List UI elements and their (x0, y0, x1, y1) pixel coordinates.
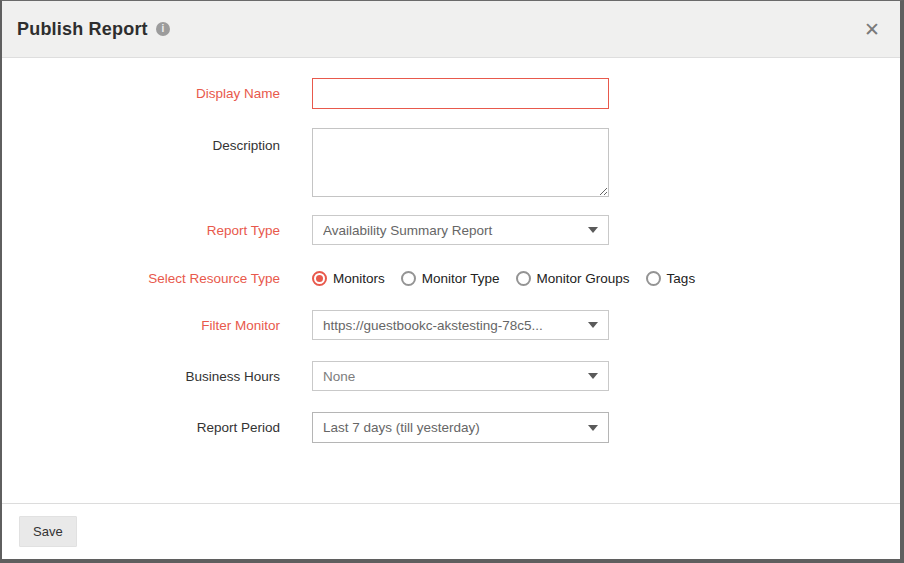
close-icon[interactable]: ✕ (862, 18, 882, 41)
display-name-row: Display Name (2, 78, 900, 109)
description-field-wrap (312, 128, 609, 197)
dialog-body: Display Name Description Report Type Ava… (2, 58, 900, 503)
radio-option-label: Monitor Groups (537, 271, 630, 286)
filter-monitor-select[interactable]: https://guestbookc-akstesting-78c5... (312, 310, 609, 340)
filter-monitor-row: Filter Monitor https://guestbookc-akstes… (2, 310, 900, 340)
resource-type-row: Select Resource Type Monitors Monitor Ty… (2, 271, 900, 286)
display-name-input[interactable] (312, 78, 609, 109)
description-label: Description (2, 128, 280, 153)
report-period-field-wrap: Last 7 days (till yesterday) (312, 412, 609, 443)
chevron-down-icon (588, 322, 598, 328)
display-name-label: Display Name (2, 86, 280, 101)
radio-option-monitors[interactable]: Monitors (312, 271, 385, 286)
filter-monitor-selected-value: https://guestbookc-akstesting-78c5... (323, 318, 580, 333)
radio-option-tags[interactable]: Tags (646, 271, 696, 286)
publish-report-dialog: Publish Report i ✕ Display Name Descript… (0, 0, 904, 563)
radio-icon (516, 271, 531, 286)
radio-option-label: Monitor Type (422, 271, 500, 286)
report-type-field-wrap: Availability Summary Report (312, 215, 609, 245)
dialog-title: Publish Report (17, 19, 148, 40)
chevron-down-icon (588, 373, 598, 379)
resource-type-field-wrap: Monitors Monitor Type Monitor Groups Tag… (312, 271, 695, 286)
chevron-down-icon (588, 425, 598, 431)
radio-icon (312, 271, 327, 286)
report-type-selected-value: Availability Summary Report (323, 223, 580, 238)
radio-icon (401, 271, 416, 286)
report-period-label: Report Period (2, 420, 280, 435)
report-period-selected-value: Last 7 days (till yesterday) (323, 420, 580, 435)
report-type-label: Report Type (2, 223, 280, 238)
chevron-down-icon (588, 227, 598, 233)
filter-monitor-label: Filter Monitor (2, 318, 280, 333)
radio-option-monitor-groups[interactable]: Monitor Groups (516, 271, 630, 286)
dialog-footer: Save (2, 503, 900, 559)
display-name-field-wrap (312, 78, 609, 109)
business-hours-selected-value: None (323, 369, 580, 384)
radio-option-label: Tags (667, 271, 696, 286)
description-row: Description (2, 128, 900, 197)
resource-type-radio-group: Monitors Monitor Type Monitor Groups Tag… (312, 271, 695, 286)
radio-option-label: Monitors (333, 271, 385, 286)
radio-icon (646, 271, 661, 286)
report-type-select[interactable]: Availability Summary Report (312, 215, 609, 245)
filter-monitor-field-wrap: https://guestbookc-akstesting-78c5... (312, 310, 609, 340)
business-hours-select[interactable]: None (312, 361, 609, 391)
info-icon[interactable]: i (156, 22, 170, 36)
report-period-row: Report Period Last 7 days (till yesterda… (2, 412, 900, 443)
report-period-select[interactable]: Last 7 days (till yesterday) (312, 412, 609, 443)
dialog-header: Publish Report i ✕ (2, 1, 900, 58)
description-textarea[interactable] (312, 128, 609, 197)
business-hours-label: Business Hours (2, 369, 280, 384)
resource-type-label: Select Resource Type (2, 271, 280, 286)
report-type-row: Report Type Availability Summary Report (2, 215, 900, 245)
radio-option-monitor-type[interactable]: Monitor Type (401, 271, 500, 286)
save-button[interactable]: Save (19, 516, 77, 547)
business-hours-row: Business Hours None (2, 361, 900, 391)
business-hours-field-wrap: None (312, 361, 609, 391)
